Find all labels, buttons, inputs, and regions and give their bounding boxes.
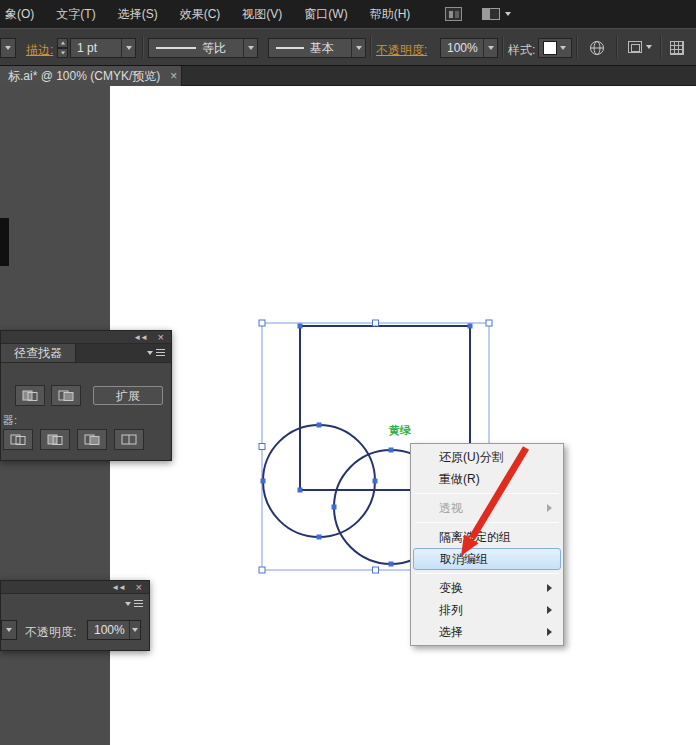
brush-definition-value: 基本 bbox=[304, 40, 351, 57]
collapse-panel-icon[interactable]: ◄◄ bbox=[133, 332, 147, 343]
document-tab-bar: 标.ai* @ 100% (CMYK/预览) × bbox=[0, 66, 696, 86]
dropdown-arrow-icon bbox=[1, 39, 15, 57]
chevron-down-icon bbox=[125, 602, 131, 606]
pathfinder-panel: ◄◄ × 径查找器 扩展 器: bbox=[0, 330, 172, 461]
menu-item-label: 取消编组 bbox=[440, 552, 488, 566]
menu-item-label: 排列 bbox=[439, 603, 463, 617]
smart-guide-label: 黄绿 bbox=[389, 423, 411, 438]
divider bbox=[502, 36, 503, 58]
style-swatch-icon bbox=[543, 41, 557, 55]
menu-item-label: 透视 bbox=[439, 501, 463, 515]
brush-definition-combo[interactable]: 基本 bbox=[268, 38, 366, 58]
chevron-down-icon bbox=[147, 351, 153, 355]
left-combo-stub[interactable] bbox=[0, 38, 16, 58]
submenu-arrow-icon bbox=[547, 606, 552, 614]
brush-stroke-icon bbox=[276, 47, 304, 49]
menu-item-transform[interactable]: 变换 bbox=[413, 577, 561, 599]
dropdown-arrow-icon[interactable] bbox=[121, 39, 135, 57]
opacity-value: 100% bbox=[441, 41, 483, 55]
menubar: 象(O) 文字(T) 选择(S) 效果(C) 视图(V) 窗口(W) 帮助(H) bbox=[0, 0, 696, 28]
context-menu: 还原(U)分割 重做(R) 透视 隔离选定的组 取消编组 变换 排列 选择 bbox=[410, 443, 564, 646]
select-similar-icon bbox=[628, 41, 642, 53]
tab-close-icon[interactable]: × bbox=[170, 70, 177, 82]
menu-item-label: 重做(R) bbox=[439, 472, 480, 486]
style-swatch-combo[interactable] bbox=[538, 38, 572, 58]
menu-object[interactable]: 象(O) bbox=[0, 0, 45, 28]
stepper-down-icon[interactable] bbox=[57, 48, 68, 58]
transparency-panel: ◄◄ × 不透明度: 100% bbox=[0, 580, 150, 651]
select-similar-combo[interactable] bbox=[628, 41, 652, 53]
pathfinder-tab[interactable]: 径查找器 bbox=[1, 344, 76, 362]
stepper-up-icon[interactable] bbox=[57, 38, 68, 48]
panel-menu-icon[interactable] bbox=[125, 600, 143, 607]
menu-item-redo[interactable]: 重做(R) bbox=[413, 468, 561, 490]
menubar-icons bbox=[445, 7, 511, 21]
dropdown-arrow-icon[interactable] bbox=[243, 39, 257, 57]
blend-mode-combo-stub[interactable] bbox=[1, 620, 17, 640]
menu-window[interactable]: 窗口(W) bbox=[293, 0, 358, 28]
menu-item-label: 还原(U)分割 bbox=[439, 450, 504, 464]
panel-header: ◄◄ × bbox=[1, 581, 149, 594]
dropdown-arrow-icon[interactable] bbox=[557, 39, 569, 57]
dropdown-arrow-icon[interactable] bbox=[351, 39, 365, 57]
collapse-panel-icon[interactable]: ◄◄ bbox=[111, 582, 125, 593]
docked-panel-stub bbox=[0, 218, 9, 266]
transparency-opacity-combo[interactable]: 100% bbox=[87, 620, 141, 640]
menu-item-select[interactable]: 选择 bbox=[413, 621, 561, 643]
opacity-link[interactable]: 不透明度: bbox=[376, 42, 427, 59]
panel-menu-icon[interactable] bbox=[147, 349, 165, 356]
menu-type[interactable]: 文字(T) bbox=[45, 0, 106, 28]
close-panel-icon[interactable]: × bbox=[136, 582, 141, 593]
submenu-arrow-icon bbox=[547, 504, 552, 512]
menu-item-label: 隔离选定的组 bbox=[439, 530, 511, 544]
document-title: 标.ai* @ 100% (CMYK/预览) bbox=[8, 68, 160, 85]
dropdown-arrow-icon[interactable] bbox=[129, 621, 140, 639]
grid-icon[interactable] bbox=[670, 41, 684, 55]
expand-button[interactable]: 扩展 bbox=[93, 386, 163, 405]
pathfinder-button-2[interactable] bbox=[40, 429, 70, 450]
illustrator-window: 象(O) 文字(T) 选择(S) 效果(C) 视图(V) 窗口(W) 帮助(H)… bbox=[0, 0, 696, 745]
stroke-weight-combo[interactable]: 1 pt bbox=[70, 38, 136, 58]
stroke-link[interactable]: 描边: bbox=[26, 42, 53, 59]
transparency-body: 不透明度: 100% bbox=[1, 594, 149, 650]
opacity-combo[interactable]: 100% bbox=[440, 38, 498, 58]
shape-mode-button-2[interactable] bbox=[51, 385, 81, 406]
menu-select[interactable]: 选择(S) bbox=[107, 0, 169, 28]
pathfinder-button-3[interactable] bbox=[77, 429, 107, 450]
menu-item-isolate-group[interactable]: 隔离选定的组 bbox=[413, 526, 561, 548]
menu-item-arrange[interactable]: 排列 bbox=[413, 599, 561, 621]
shape-mode-button-1[interactable] bbox=[15, 385, 45, 406]
pathfinder-body: 扩展 器: bbox=[1, 363, 171, 460]
divider bbox=[370, 36, 371, 58]
divider bbox=[142, 36, 143, 58]
pathfinder-button-4[interactable] bbox=[114, 429, 144, 450]
submenu-arrow-icon bbox=[547, 628, 552, 636]
divider bbox=[660, 36, 661, 58]
menu-item-label: 变换 bbox=[439, 581, 463, 595]
stroke-weight-stepper[interactable] bbox=[57, 38, 68, 58]
menu-view[interactable]: 视图(V) bbox=[231, 0, 293, 28]
menu-lines-icon bbox=[134, 600, 143, 607]
document-layout-icon bbox=[482, 8, 500, 20]
pathfinder-button-1[interactable] bbox=[3, 429, 33, 450]
chevron-down-icon bbox=[646, 45, 652, 49]
menu-lines-icon bbox=[156, 349, 165, 356]
dropdown-arrow-icon[interactable] bbox=[483, 39, 497, 57]
document-tab[interactable]: 标.ai* @ 100% (CMYK/预览) × bbox=[0, 66, 182, 86]
close-panel-icon[interactable]: × bbox=[158, 332, 163, 343]
globe-icon[interactable] bbox=[589, 40, 605, 59]
circle-path-1 bbox=[263, 425, 375, 537]
menu-item-undo-divide[interactable]: 还原(U)分割 bbox=[413, 446, 561, 468]
chevron-down-icon bbox=[505, 12, 511, 16]
dropdown-arrow-icon bbox=[2, 621, 16, 639]
width-profile-combo[interactable]: 等比 bbox=[148, 38, 258, 58]
submenu-arrow-icon bbox=[547, 584, 552, 592]
bridge-icon[interactable] bbox=[445, 7, 462, 21]
divider bbox=[576, 36, 577, 58]
menu-item-ungroup[interactable]: 取消编组 bbox=[413, 548, 561, 570]
arrange-documents-icon[interactable] bbox=[482, 8, 511, 20]
menu-help[interactable]: 帮助(H) bbox=[359, 0, 422, 28]
menu-effect[interactable]: 效果(C) bbox=[169, 0, 232, 28]
panel-tab-row: 径查找器 bbox=[1, 344, 171, 363]
divider bbox=[616, 36, 617, 58]
